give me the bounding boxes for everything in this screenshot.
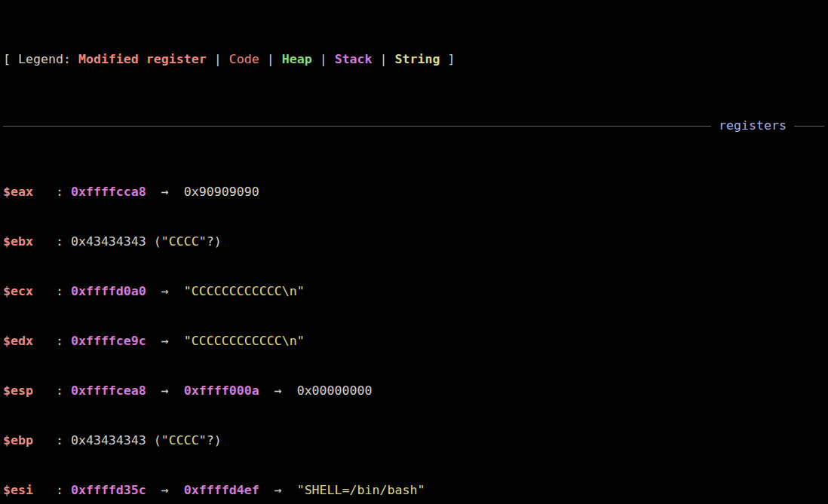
section-header-registers: registers [3,118,824,134]
text-segment: "?) [199,433,222,447]
text-segment: 0xffffd35c [71,483,146,497]
text-segment: | [259,52,282,66]
text-segment: → [146,483,184,497]
divider-line [794,126,824,127]
text-segment: "?) [199,234,222,249]
text-segment: → 0x00000000 [259,383,373,398]
text-segment: : [33,334,71,348]
text-segment: : [33,383,71,398]
text-segment: → [146,284,184,298]
register-row-eax: $eax : 0xffffcca8 → 0x90909090 [3,184,824,200]
text-segment: 0xffffce9c [71,334,146,348]
text-segment: CCCC [169,433,199,447]
register-row-ebp: $ebp : 0x43434343 ("CCCC"?) [3,432,824,449]
register-row-ecx: $ecx : 0xffffd0a0 → "CCCCCCCCCCCC\n" [3,283,824,300]
text-segment: $esp [3,383,33,398]
text-segment: ] [440,52,455,66]
text-segment: : 0x43434343 (" [33,433,169,447]
text-segment: | [207,52,229,66]
text-segment: Heap [282,52,312,66]
text-segment: CCCC [169,234,199,249]
text-segment: : [33,284,71,298]
text-segment: $eax [3,185,33,199]
divider-line [3,126,711,127]
text-segment: 0xffffcea8 [71,383,146,398]
text-segment: "SHELL=/bin/bash" [297,483,425,497]
text-segment: : 0x43434343 (" [33,234,169,249]
text-segment: | [312,52,335,66]
text-segment: 0xffffd4ef [184,483,259,497]
text-segment: [ Legend: [3,52,78,66]
text-segment: 0xffffcca8 [71,185,146,199]
text-segment: | [373,52,395,66]
text-segment: Stack [335,52,373,66]
text-segment: 0xffffd0a0 [71,284,146,298]
gef-terminal: [ Legend: Modified register | Code | Hea… [0,0,828,504]
text-segment: String [395,52,440,66]
text-segment: Code [229,52,259,66]
text-segment: : [33,483,71,497]
register-row-esi: $esi : 0xffffd35c → 0xffffd4ef → "SHELL=… [3,482,824,499]
register-row-ebx: $ebx : 0x43434343 ("CCCC"?) [3,234,824,250]
text-segment: 0xffff000a [184,383,259,398]
text-segment: "CCCCCCCCCCCC\n" [184,334,305,348]
register-row-esp: $esp : 0xffffcea8 → 0xffff000a → 0x00000… [3,383,824,399]
text-segment: "CCCCCCCCCCCC\n" [184,284,305,298]
text-segment: $ebx [3,234,33,249]
text-segment: → 0x90909090 [146,185,259,199]
text-segment: : [33,185,71,199]
register-row-edx: $edx : 0xffffce9c → "CCCCCCCCCCCC\n" [3,333,824,350]
text-segment: $ecx [3,284,33,298]
text-segment: → [259,483,297,497]
legend: [ Legend: Modified register | Code | Hea… [3,51,824,68]
text-segment: $edx [3,334,33,348]
text-segment: $ebp [3,433,33,447]
section-title-registers: registers [711,118,794,134]
text-segment: $esi [3,483,33,497]
text-segment: Modified register [78,52,207,66]
text-segment: → [146,383,184,398]
text-segment: → [146,334,184,348]
